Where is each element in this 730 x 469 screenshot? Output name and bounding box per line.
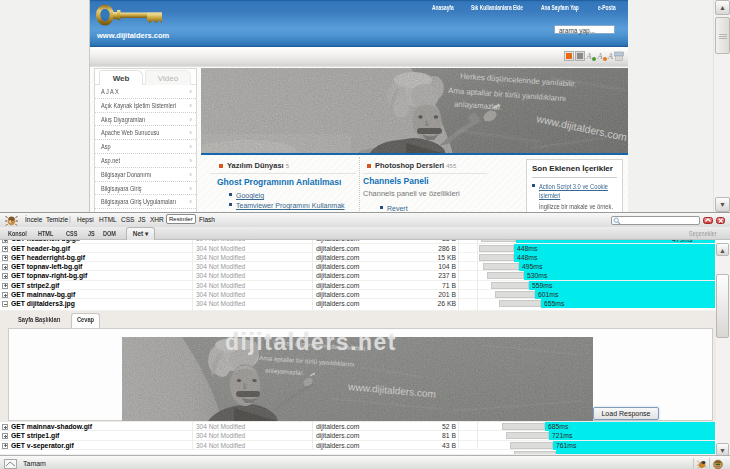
svg-text:A: A xyxy=(607,52,613,61)
svg-text:A: A xyxy=(586,52,592,61)
svg-text:A: A xyxy=(597,52,603,61)
